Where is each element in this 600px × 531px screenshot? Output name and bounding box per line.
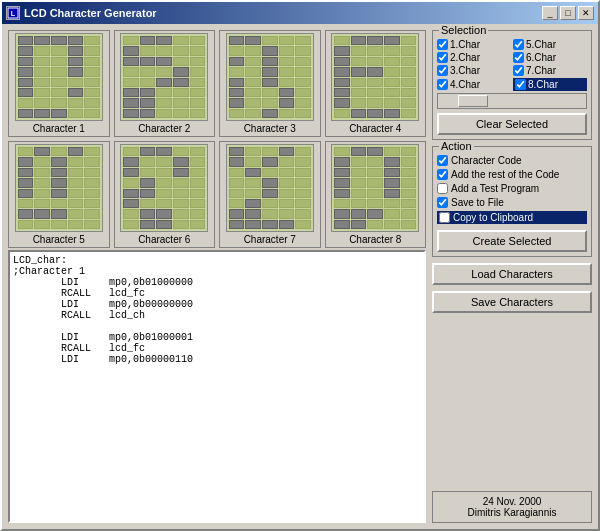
pixel[interactable] bbox=[156, 220, 172, 229]
pixel[interactable] bbox=[279, 157, 295, 166]
pixel[interactable] bbox=[229, 67, 245, 76]
pixel[interactable] bbox=[401, 46, 417, 55]
pixel[interactable] bbox=[295, 168, 311, 177]
pixel[interactable] bbox=[18, 36, 34, 45]
pixel[interactable] bbox=[334, 189, 350, 198]
pixel[interactable] bbox=[84, 67, 100, 76]
pixel[interactable] bbox=[351, 36, 367, 45]
pixel[interactable] bbox=[34, 98, 50, 107]
action-input-clipboard[interactable] bbox=[439, 212, 450, 223]
pixel[interactable] bbox=[262, 147, 278, 156]
pixel[interactable] bbox=[18, 46, 34, 55]
pixel[interactable] bbox=[334, 147, 350, 156]
action-input-charCode[interactable] bbox=[437, 155, 448, 166]
pixel[interactable] bbox=[262, 209, 278, 218]
pixel[interactable] bbox=[34, 209, 50, 218]
pixel[interactable] bbox=[334, 88, 350, 97]
pixel[interactable] bbox=[334, 67, 350, 76]
checkbox-input-6Char[interactable] bbox=[513, 52, 524, 63]
selection-checkbox-5Char[interactable]: 5.Char bbox=[513, 39, 587, 50]
pixel[interactable] bbox=[245, 109, 261, 118]
pixel[interactable] bbox=[190, 109, 206, 118]
char-cell-1[interactable]: Character 1 bbox=[8, 30, 110, 137]
pixel[interactable] bbox=[156, 57, 172, 66]
pixel[interactable] bbox=[262, 109, 278, 118]
pixel[interactable] bbox=[190, 78, 206, 87]
pixel[interactable] bbox=[34, 88, 50, 97]
pixel[interactable] bbox=[68, 36, 84, 45]
checkbox-input-4Char[interactable] bbox=[437, 79, 448, 90]
pixel[interactable] bbox=[229, 147, 245, 156]
pixel[interactable] bbox=[68, 157, 84, 166]
selection-checkbox-6Char[interactable]: 6.Char bbox=[513, 52, 587, 63]
pixel[interactable] bbox=[245, 147, 261, 156]
pixel[interactable] bbox=[34, 57, 50, 66]
pixel[interactable] bbox=[384, 67, 400, 76]
pixel[interactable] bbox=[68, 199, 84, 208]
pixel[interactable] bbox=[295, 199, 311, 208]
pixel[interactable] bbox=[190, 57, 206, 66]
pixel[interactable] bbox=[84, 98, 100, 107]
pixel[interactable] bbox=[245, 220, 261, 229]
selection-checkbox-1Char[interactable]: 1.Char bbox=[437, 39, 511, 50]
pixel[interactable] bbox=[84, 109, 100, 118]
pixel[interactable] bbox=[279, 78, 295, 87]
pixel[interactable] bbox=[156, 88, 172, 97]
checkbox-input-8Char[interactable] bbox=[515, 79, 526, 90]
pixel[interactable] bbox=[156, 109, 172, 118]
selection-scrollbar[interactable] bbox=[437, 93, 587, 109]
pixel[interactable] bbox=[18, 199, 34, 208]
pixel[interactable] bbox=[156, 178, 172, 187]
pixel[interactable] bbox=[34, 199, 50, 208]
pixel[interactable] bbox=[123, 178, 139, 187]
pixel[interactable] bbox=[401, 36, 417, 45]
pixel[interactable] bbox=[279, 220, 295, 229]
pixel[interactable] bbox=[384, 147, 400, 156]
pixel[interactable] bbox=[295, 57, 311, 66]
pixel[interactable] bbox=[295, 109, 311, 118]
pixel[interactable] bbox=[156, 78, 172, 87]
pixel[interactable] bbox=[334, 36, 350, 45]
pixel[interactable] bbox=[190, 168, 206, 177]
pixel[interactable] bbox=[295, 157, 311, 166]
pixel[interactable] bbox=[401, 189, 417, 198]
pixel[interactable] bbox=[367, 67, 383, 76]
pixel[interactable] bbox=[18, 220, 34, 229]
pixel[interactable] bbox=[295, 88, 311, 97]
pixel[interactable] bbox=[140, 109, 156, 118]
pixel[interactable] bbox=[384, 157, 400, 166]
pixel[interactable] bbox=[140, 199, 156, 208]
char-cell-8[interactable]: Character 8 bbox=[325, 141, 427, 248]
pixel[interactable] bbox=[367, 199, 383, 208]
pixel[interactable] bbox=[84, 157, 100, 166]
action-input-testProg[interactable] bbox=[437, 183, 448, 194]
selection-checkbox-8Char[interactable]: 8.Char bbox=[513, 78, 587, 91]
pixel[interactable] bbox=[262, 220, 278, 229]
pixel[interactable] bbox=[229, 189, 245, 198]
pixel[interactable] bbox=[229, 209, 245, 218]
pixel[interactable] bbox=[262, 78, 278, 87]
pixel[interactable] bbox=[229, 178, 245, 187]
pixel[interactable] bbox=[68, 189, 84, 198]
pixel[interactable] bbox=[190, 189, 206, 198]
pixel[interactable] bbox=[51, 157, 67, 166]
pixel[interactable] bbox=[18, 209, 34, 218]
char-cell-2[interactable]: Character 2 bbox=[114, 30, 216, 137]
load-characters-button[interactable]: Load Characters bbox=[432, 263, 592, 285]
pixel[interactable] bbox=[401, 220, 417, 229]
pixel[interactable] bbox=[156, 98, 172, 107]
pixel[interactable] bbox=[34, 168, 50, 177]
pixel[interactable] bbox=[279, 67, 295, 76]
pixel[interactable] bbox=[229, 36, 245, 45]
pixel[interactable] bbox=[140, 67, 156, 76]
pixel[interactable] bbox=[140, 88, 156, 97]
pixel[interactable] bbox=[140, 209, 156, 218]
pixel[interactable] bbox=[367, 98, 383, 107]
pixel[interactable] bbox=[279, 98, 295, 107]
pixel[interactable] bbox=[84, 199, 100, 208]
pixel[interactable] bbox=[295, 98, 311, 107]
pixel[interactable] bbox=[262, 57, 278, 66]
pixel[interactable] bbox=[384, 36, 400, 45]
pixel[interactable] bbox=[245, 199, 261, 208]
pixel[interactable] bbox=[173, 178, 189, 187]
